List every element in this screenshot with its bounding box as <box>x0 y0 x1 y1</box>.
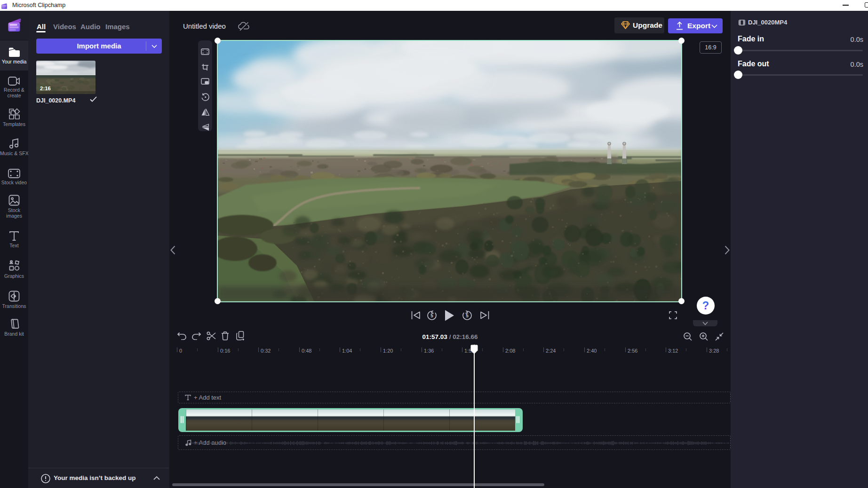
svg-text:5: 5 <box>466 313 469 318</box>
svg-text:5: 5 <box>430 313 433 318</box>
